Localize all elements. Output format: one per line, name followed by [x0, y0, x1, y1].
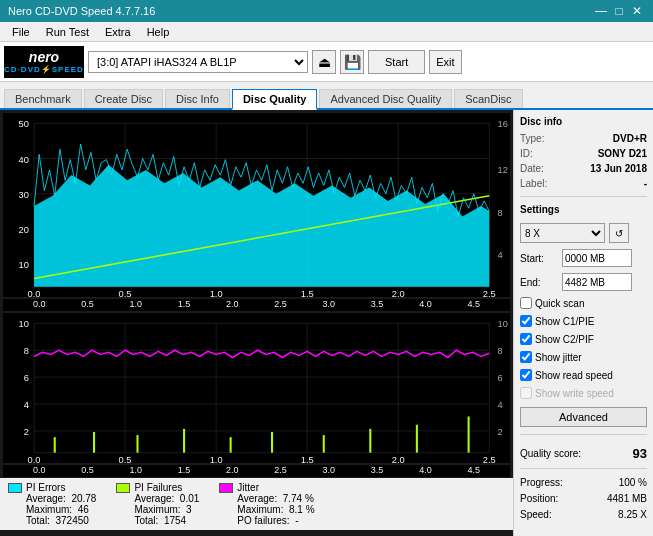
main-content: 50 40 30 20 10 16 12 8 4 0.0 0.5 1.0 1.5…	[0, 110, 653, 536]
menu-bar: File Run Test Extra Help	[0, 22, 653, 42]
show-jitter-checkbox[interactable]	[520, 351, 532, 363]
show-read-speed-label: Show read speed	[535, 370, 613, 381]
start-button[interactable]: Start	[368, 50, 425, 74]
x-label-05: 0.5	[81, 299, 94, 309]
menu-help[interactable]: Help	[139, 24, 178, 40]
show-c1pie-checkbox[interactable]	[520, 315, 532, 327]
progress-label: Progress:	[520, 477, 563, 488]
show-jitter-label: Show jitter	[535, 352, 582, 363]
drive-selector[interactable]: [3:0] ATAPI iHAS324 A BL1P	[88, 51, 308, 73]
legend-jitter: Jitter Average: 7.74 % Maximum: 8.1 % PO…	[219, 482, 314, 526]
jitter-avg: Average: 7.74 %	[237, 493, 314, 504]
disc-label-row: Label: -	[520, 178, 647, 189]
bx-10: 1.0	[130, 465, 143, 475]
x-label-10: 1.0	[130, 299, 143, 309]
menu-run-test[interactable]: Run Test	[38, 24, 97, 40]
app-title: Nero CD-DVD Speed 4.7.7.16	[8, 5, 155, 17]
svg-text:6: 6	[24, 373, 29, 383]
advanced-button[interactable]: Advanced	[520, 407, 647, 427]
quick-scan-checkbox[interactable]	[520, 297, 532, 309]
tab-disc-quality[interactable]: Disc Quality	[232, 89, 318, 110]
tab-benchmark[interactable]: Benchmark	[4, 89, 82, 108]
x-label-35: 3.5	[371, 299, 384, 309]
maximize-button[interactable]: □	[611, 3, 627, 19]
minimize-button[interactable]: —	[593, 3, 609, 19]
tab-bar: Benchmark Create Disc Disc Info Disc Qua…	[0, 82, 653, 110]
svg-text:2.5: 2.5	[483, 455, 496, 463]
tab-disc-info[interactable]: Disc Info	[165, 89, 230, 108]
pi-failures-avg: Average: 0.01	[134, 493, 199, 504]
svg-text:2.0: 2.0	[392, 289, 405, 297]
disc-id-label: ID:	[520, 148, 533, 159]
position-label: Position:	[520, 493, 558, 504]
jitter-max: Maximum: 8.1 %	[237, 504, 314, 515]
jitter-color	[219, 483, 233, 493]
svg-text:2: 2	[498, 427, 503, 437]
bx-05: 0.5	[81, 465, 94, 475]
window-controls: — □ ✕	[593, 3, 645, 19]
svg-text:10: 10	[19, 320, 29, 330]
bx-0: 0.0	[33, 465, 46, 475]
bx-35: 3.5	[371, 465, 384, 475]
tab-scan-disc[interactable]: ScanDisc	[454, 89, 522, 108]
quick-scan-label: Quick scan	[535, 298, 584, 309]
legend-pi-failures: PI Failures Average: 0.01 Maximum: 3 Tot…	[116, 482, 199, 526]
show-read-speed-checkbox[interactable]	[520, 369, 532, 381]
show-c2pif-checkbox[interactable]	[520, 333, 532, 345]
tab-advanced-disc-quality[interactable]: Advanced Disc Quality	[319, 89, 452, 108]
svg-text:20: 20	[19, 225, 29, 235]
tab-create-disc[interactable]: Create Disc	[84, 89, 163, 108]
toolbar: nero CD·DVD⚡SPEED [3:0] ATAPI iHAS324 A …	[0, 42, 653, 82]
svg-text:16: 16	[498, 119, 508, 129]
speed-row: Speed: 8.25 X	[520, 509, 647, 520]
quality-score-value: 93	[633, 446, 647, 461]
exit-button[interactable]: Exit	[429, 50, 461, 74]
svg-text:4: 4	[498, 250, 503, 260]
bx-15: 1.5	[178, 465, 191, 475]
pi-errors-max: Maximum: 46	[26, 504, 96, 515]
pi-failures-label: PI Failures	[134, 482, 199, 493]
bx-25: 2.5	[274, 465, 287, 475]
title-bar: Nero CD-DVD Speed 4.7.7.16 — □ ✕	[0, 0, 653, 22]
disc-type-row: Type: DVD+R	[520, 133, 647, 144]
close-button[interactable]: ✕	[629, 3, 645, 19]
disc-info-title: Disc info	[520, 116, 647, 127]
jitter-label: Jitter	[237, 482, 314, 493]
bx-40: 4.0	[419, 465, 432, 475]
legend-pi-errors: PI Errors Average: 20.78 Maximum: 46 Tot…	[8, 482, 96, 526]
x-label-25: 2.5	[274, 299, 287, 309]
bx-45: 4.5	[467, 465, 480, 475]
nero-brand: nero	[29, 49, 59, 65]
pi-errors-label: PI Errors	[26, 482, 96, 493]
position-row: Position: 4481 MB	[520, 493, 647, 504]
quality-score-row: Quality score: 93	[520, 446, 647, 461]
progress-value: 100 %	[619, 477, 647, 488]
start-mb-input[interactable]	[562, 249, 632, 267]
eject-button[interactable]: ⏏	[312, 50, 336, 74]
speed-selector[interactable]: 8 X	[520, 223, 605, 243]
end-mb-input[interactable]	[562, 273, 632, 291]
show-c2pif-row: Show C2/PIF	[520, 333, 647, 345]
svg-text:1.5: 1.5	[301, 455, 314, 463]
svg-text:40: 40	[19, 155, 29, 165]
save-button[interactable]: 💾	[340, 50, 364, 74]
menu-extra[interactable]: Extra	[97, 24, 139, 40]
svg-text:6: 6	[498, 373, 503, 383]
start-mb-label: Start:	[520, 253, 558, 264]
svg-text:8: 8	[498, 208, 503, 218]
svg-text:4: 4	[498, 400, 503, 410]
x-label-40: 4.0	[419, 299, 432, 309]
menu-file[interactable]: File	[4, 24, 38, 40]
refresh-button[interactable]: ↺	[609, 223, 629, 243]
x-label-45: 4.5	[467, 299, 480, 309]
svg-text:0.0: 0.0	[28, 455, 41, 463]
svg-text:30: 30	[19, 190, 29, 200]
bottom-chart: 10 8 6 4 2 10 8 6 4 2	[3, 313, 510, 463]
svg-rect-30	[3, 313, 510, 463]
pi-failures-total: Total: 1754	[134, 515, 199, 526]
disc-date-row: Date: 13 Jun 2018	[520, 163, 647, 174]
pi-errors-total: Total: 372450	[26, 515, 96, 526]
svg-text:1.5: 1.5	[301, 289, 314, 297]
divider-2	[520, 434, 647, 435]
show-c1pie-label: Show C1/PIE	[535, 316, 594, 327]
